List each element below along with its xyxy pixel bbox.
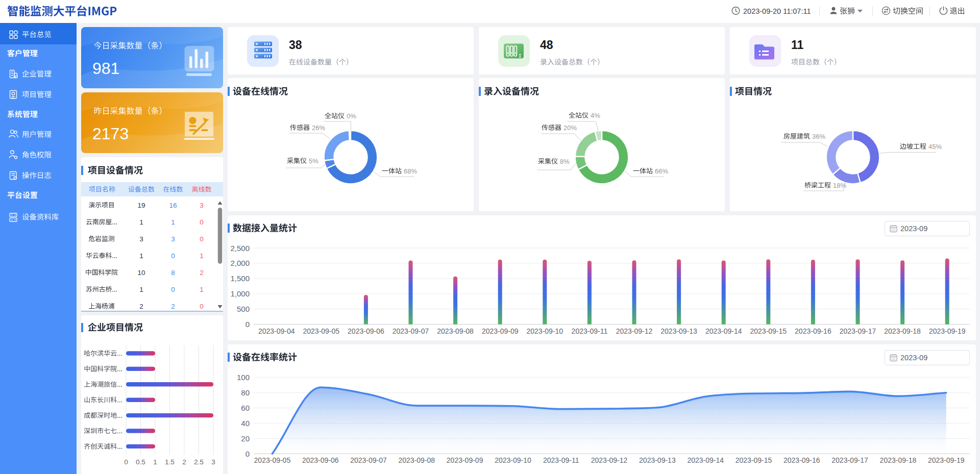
svg-text:2023-09-14: 2023-09-14	[705, 327, 742, 335]
svg-text:2023-09-08: 2023-09-08	[399, 456, 435, 464]
svg-text:2023-09-18: 2023-09-18	[880, 456, 917, 464]
svg-text:981: 981	[92, 59, 119, 78]
svg-text:1.5: 1.5	[165, 458, 175, 466]
svg-text:19: 19	[137, 202, 145, 209]
svg-text:2023-09-04: 2023-09-04	[258, 327, 295, 335]
svg-text:2023-09-05: 2023-09-05	[303, 327, 339, 335]
svg-text:2023-09-09: 2023-09-09	[447, 456, 483, 464]
svg-text:5%: 5%	[309, 157, 318, 165]
svg-text:0: 0	[246, 450, 250, 458]
svg-text:45%: 45%	[928, 143, 942, 151]
svg-text:0: 0	[171, 286, 175, 293]
svg-text:500: 500	[237, 305, 250, 313]
svg-text:20: 20	[241, 434, 250, 443]
svg-text:48: 48	[540, 38, 553, 52]
svg-text:2173: 2173	[92, 124, 129, 143]
svg-text:2023-09-19: 2023-09-19	[928, 456, 965, 464]
svg-text:2023-09-20 11:07:11: 2023-09-20 11:07:11	[743, 7, 811, 15]
svg-text:4%: 4%	[591, 112, 600, 119]
svg-text:1,000: 1,000	[230, 289, 250, 298]
svg-text:3: 3	[171, 235, 175, 243]
svg-text:2023-09-18: 2023-09-18	[884, 327, 921, 335]
svg-text:2: 2	[182, 458, 186, 466]
svg-text:2.5: 2.5	[194, 458, 204, 466]
svg-text:36%: 36%	[812, 133, 825, 140]
svg-text:2023-09-13: 2023-09-13	[639, 456, 676, 464]
svg-text:0: 0	[200, 303, 204, 310]
svg-text:1: 1	[153, 458, 157, 466]
svg-text:2023-09-12: 2023-09-12	[616, 327, 653, 335]
svg-text:2023-09-15: 2023-09-15	[750, 327, 787, 335]
svg-text:2023-09: 2023-09	[900, 224, 927, 233]
svg-text:60: 60	[241, 404, 250, 412]
svg-text:1: 1	[139, 252, 143, 260]
svg-text:2023-09-07: 2023-09-07	[393, 327, 429, 335]
svg-text:1,500: 1,500	[230, 274, 250, 283]
svg-text:2023-09-15: 2023-09-15	[736, 456, 772, 464]
svg-text:26%: 26%	[312, 124, 325, 132]
svg-text:2023-09-16: 2023-09-16	[795, 327, 831, 335]
svg-text:2023-09-11: 2023-09-11	[543, 456, 579, 464]
svg-text:2023-09-17: 2023-09-17	[840, 327, 876, 335]
svg-text:1: 1	[139, 218, 143, 226]
svg-text:1: 1	[171, 218, 175, 226]
svg-text:1: 1	[200, 286, 204, 293]
svg-text:2: 2	[200, 269, 204, 277]
svg-text:2023-09-08: 2023-09-08	[437, 327, 474, 335]
svg-text:3: 3	[200, 202, 204, 209]
svg-text:2,500: 2,500	[230, 244, 250, 253]
svg-text:3: 3	[139, 235, 143, 243]
svg-text:2023-09-10: 2023-09-10	[495, 456, 531, 464]
svg-text:1: 1	[139, 286, 143, 293]
svg-text:80: 80	[241, 388, 250, 397]
svg-text:100: 100	[237, 373, 250, 382]
svg-text:2: 2	[139, 303, 143, 310]
svg-text:1: 1	[200, 252, 204, 260]
svg-text:2023-09-06: 2023-09-06	[302, 456, 339, 464]
svg-text:0: 0	[200, 218, 204, 226]
svg-text:2: 2	[171, 303, 175, 310]
svg-text:0.5: 0.5	[136, 458, 145, 466]
svg-text:16: 16	[169, 202, 177, 209]
svg-text:0%: 0%	[347, 112, 356, 120]
svg-text:2023-09-13: 2023-09-13	[660, 327, 697, 335]
svg-text:2023-09-09: 2023-09-09	[482, 327, 519, 335]
svg-text:2,000: 2,000	[230, 259, 250, 267]
svg-text:2023-09-12: 2023-09-12	[591, 456, 628, 464]
svg-text:20%: 20%	[564, 124, 577, 132]
svg-text:2023-09: 2023-09	[900, 354, 927, 362]
svg-text:10: 10	[137, 269, 145, 277]
svg-text:40: 40	[241, 419, 250, 428]
svg-text:2023-09-06: 2023-09-06	[348, 327, 384, 335]
svg-text:2023-09-16: 2023-09-16	[783, 456, 820, 464]
svg-text:2023-09-17: 2023-09-17	[831, 456, 868, 464]
svg-text:0: 0	[171, 252, 175, 260]
svg-text:2023-09-05: 2023-09-05	[254, 456, 291, 464]
svg-text:2023-09-11: 2023-09-11	[572, 327, 608, 335]
svg-text:0: 0	[124, 458, 128, 466]
svg-text:0: 0	[246, 320, 250, 329]
svg-text:68%: 68%	[404, 167, 417, 175]
svg-text:2023-09-19: 2023-09-19	[929, 327, 966, 335]
svg-text:8: 8	[171, 269, 175, 277]
svg-text:11: 11	[791, 38, 804, 52]
svg-text:8%: 8%	[560, 158, 570, 165]
svg-text:3: 3	[211, 458, 215, 466]
svg-text:2023-09-14: 2023-09-14	[687, 456, 724, 464]
svg-text:18%: 18%	[833, 182, 846, 189]
svg-text:38: 38	[289, 38, 302, 52]
svg-text:2023-09-10: 2023-09-10	[526, 327, 563, 335]
svg-text:0: 0	[200, 235, 204, 243]
svg-text:66%: 66%	[655, 167, 668, 175]
svg-text:2023-09-07: 2023-09-07	[350, 456, 387, 464]
